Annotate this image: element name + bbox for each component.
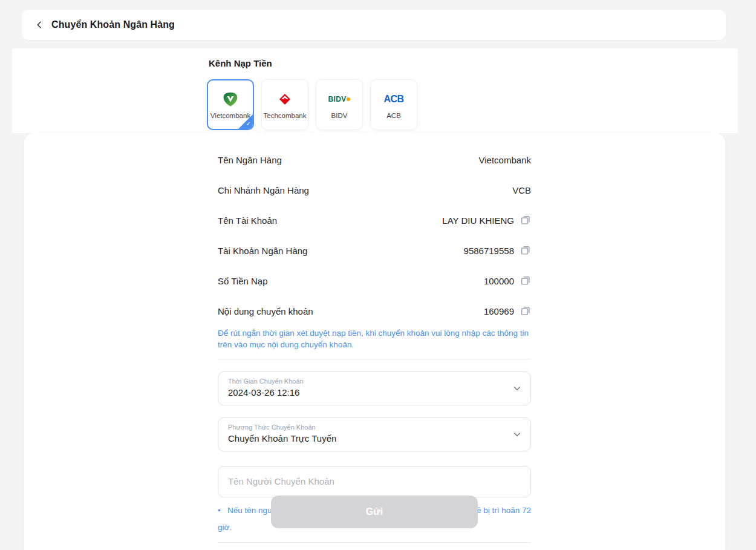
transfer-method-select[interactable]: Phương Thức Chuyển Khoản Chuyển Khoản Tr… bbox=[218, 417, 531, 451]
deposit-channel-section: Kênh Nạp Tiền Vietcombank ✓ bbox=[12, 48, 738, 133]
transfer-detail-card: Tên Ngân Hàng Vietcombank Chi Nhánh Ngân… bbox=[24, 133, 725, 550]
bidv-logo-icon: BIDV bbox=[328, 91, 351, 108]
detail-row-amount: Số Tiền Nạp 100000 bbox=[218, 266, 531, 296]
bank-option-bidv[interactable]: BIDV BIDV bbox=[316, 79, 363, 130]
transfer-time-value: 2024-03-26 12:16 bbox=[228, 387, 504, 398]
bank-option-list: Vietcombank ✓ Techcombank BIDV BIDV bbox=[207, 79, 417, 130]
bank-option-label: ACB bbox=[386, 112, 401, 119]
divider bbox=[218, 359, 531, 359]
bank-option-techcombank[interactable]: Techcombank bbox=[261, 79, 308, 130]
bank-transfer-page: Chuyển Khoản Ngân Hàng Kênh Nạp Tiền bbox=[0, 0, 756, 550]
bank-option-label: BIDV bbox=[331, 112, 348, 119]
copy-icon[interactable] bbox=[520, 215, 531, 226]
transfer-time-select[interactable]: Thời Gian Chuyển Khoản 2024-03-26 12:16 bbox=[218, 372, 531, 405]
page-title: Chuyển Khoản Ngân Hàng bbox=[51, 19, 175, 30]
chevron-left-icon bbox=[35, 21, 44, 29]
chevron-down-icon bbox=[512, 384, 522, 393]
transfer-method-label: Phương Thức Chuyển Khoản bbox=[228, 424, 504, 431]
acb-logo-icon: ACB bbox=[383, 91, 403, 108]
detail-row-branch: Chi Nhánh Ngân Hàng VCB bbox=[218, 175, 531, 205]
submit-button[interactable]: Gửi bbox=[271, 496, 478, 528]
bidv-flower-icon bbox=[347, 97, 350, 101]
copy-icon[interactable] bbox=[520, 306, 531, 316]
detail-row-transfer-content: Nội dung chuyển khoản 160969 bbox=[218, 296, 531, 326]
copy-icon[interactable] bbox=[520, 245, 531, 256]
bank-option-label: Vietcombank bbox=[210, 112, 250, 119]
transfer-time-label: Thời Gian Chuyển Khoản bbox=[228, 378, 504, 385]
techcombank-logo-icon bbox=[278, 91, 292, 108]
bank-option-vietcombank[interactable]: Vietcombank ✓ bbox=[207, 79, 254, 130]
detail-rows: Tên Ngân Hàng Vietcombank Chi Nhánh Ngân… bbox=[218, 133, 531, 326]
detail-row-account-number: Tài Khoản Ngân Hàng 9586719558 bbox=[218, 235, 531, 266]
chevron-down-icon bbox=[512, 430, 522, 439]
detail-row-account-name: Tên Tài Khoản LAY DIU KHIENG bbox=[218, 205, 531, 235]
warning-text-end: sẽ bị trì hoãn 72 bbox=[472, 502, 531, 519]
bank-option-acb[interactable]: ACB ACB bbox=[370, 79, 417, 130]
divider bbox=[218, 542, 531, 543]
transfer-method-value: Chuyển Khoản Trực Tuyến bbox=[228, 433, 504, 444]
transfer-detail-content: Tên Ngân Hàng Vietcombank Chi Nhánh Ngân… bbox=[218, 133, 531, 548]
back-button[interactable] bbox=[34, 19, 45, 30]
transfer-note: Để rút ngắn thời gian xét duyệt nạp tiền… bbox=[218, 327, 531, 350]
page-header: Chuyển Khoản Ngân Hàng bbox=[22, 10, 726, 40]
bank-option-label: Techcombank bbox=[264, 112, 307, 119]
copy-icon[interactable] bbox=[520, 275, 531, 286]
detail-row-bank-name: Tên Ngân Hàng Vietcombank bbox=[218, 145, 531, 175]
sender-name-input[interactable] bbox=[218, 466, 531, 497]
vietcombank-logo-icon bbox=[223, 91, 238, 108]
bullet-icon: • bbox=[218, 502, 227, 519]
deposit-channel-title: Kênh Nạp Tiền bbox=[209, 58, 272, 68]
